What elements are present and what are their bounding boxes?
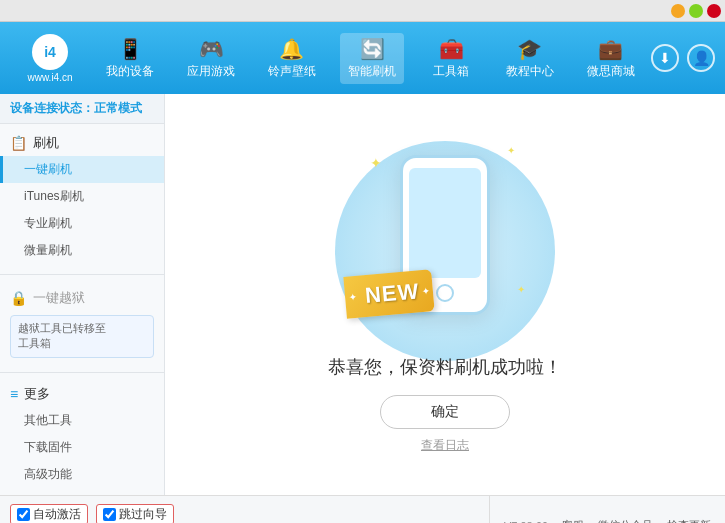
more-section-icon: ≡ [10, 386, 18, 402]
app-bottom-bar: 自动激活 跳过向导 📱 iPhone 12 mini 64GB Down-12m… [0, 495, 725, 523]
illustration-wrapper: ✦ ✦ ✦ NEW 恭喜您，保资料刷机成功啦！ 确定 查看日志 [328, 135, 562, 454]
sidebar-item-download-firmware[interactable]: 下载固件 [0, 434, 164, 461]
jb-section-header: 🔒 一键越狱 [0, 285, 164, 311]
nav-items: 📱 我的设备 🎮 应用游戏 🔔 铃声壁纸 🔄 智能刷机 🧰 工具箱 🎓 教程中心… [90, 33, 651, 84]
sidebar-item-other-tools[interactable]: 其他工具 [0, 407, 164, 434]
wei-store-icon: 💼 [598, 37, 623, 61]
phone-home-btn [436, 284, 454, 302]
customer-service-link[interactable]: 客服 [562, 518, 584, 523]
skip-wizard-text: 跳过向导 [119, 506, 167, 523]
jb-section-label: 一键越狱 [33, 289, 85, 307]
more-section-label: 更多 [24, 385, 50, 403]
jailbreak-section: 🔒 一键越狱 越狱工具已转移至工具箱 [0, 279, 164, 368]
account-button[interactable]: 👤 [687, 44, 715, 72]
auto-activate-label[interactable]: 自动激活 [10, 504, 88, 524]
titlebar [0, 0, 725, 22]
ok-button[interactable]: 确定 [380, 395, 510, 429]
success-message: 恭喜您，保资料刷机成功啦！ [328, 355, 562, 379]
nav-ringtone[interactable]: 🔔 铃声壁纸 [260, 33, 324, 84]
sparkle-icon-2: ✦ [507, 145, 515, 156]
more-section-header: ≡ 更多 [0, 381, 164, 407]
logo-text: i4 [44, 44, 56, 60]
header-right: ⬇ 👤 [651, 44, 715, 72]
divider-1 [0, 274, 164, 275]
close-button[interactable] [707, 4, 721, 18]
nav-toolbox-label: 工具箱 [433, 63, 469, 80]
my-device-icon: 📱 [118, 37, 143, 61]
flash-section-header: 📋 刷机 [0, 130, 164, 156]
new-ribbon: NEW [343, 269, 435, 319]
bottom-left-col: 自动激活 跳过向导 📱 iPhone 12 mini 64GB Down-12m… [0, 496, 489, 523]
sidebar: 设备连接状态：正常模式 📋 刷机 一键刷机 iTunes刷机 专业刷机 微量刷机… [0, 94, 165, 495]
nav-my-device[interactable]: 📱 我的设备 [98, 33, 162, 84]
auto-activate-checkbox[interactable] [17, 508, 30, 521]
view-log-link[interactable]: 查看日志 [421, 437, 469, 454]
sidebar-item-one-key-flash[interactable]: 一键刷机 [0, 156, 164, 183]
skip-wizard-label[interactable]: 跳过向导 [96, 504, 174, 524]
nav-wei-store-label: 微思商城 [587, 63, 635, 80]
jb-notice: 越狱工具已转移至工具箱 [10, 315, 154, 358]
logo-icon: i4 [32, 34, 68, 70]
sidebar-item-itunes-flash[interactable]: iTunes刷机 [0, 183, 164, 210]
divider-2 [0, 372, 164, 373]
bottom-right-col: V7.98.66 客服 微信公众号 检查更新 [489, 496, 725, 523]
status-bar: 设备连接状态：正常模式 [0, 94, 164, 124]
wechat-public-link[interactable]: 微信公众号 [598, 518, 653, 523]
version-text: V7.98.66 [504, 520, 548, 524]
nav-apps-games-label: 应用游戏 [187, 63, 235, 80]
nav-wei-store[interactable]: 💼 微思商城 [579, 33, 643, 84]
smart-flash-icon: 🔄 [360, 37, 385, 61]
sparkle-icon-1: ✦ [370, 155, 382, 171]
sidebar-item-pro-flash[interactable]: 专业刷机 [0, 210, 164, 237]
phone-screen [409, 168, 481, 278]
nav-toolbox[interactable]: 🧰 工具箱 [421, 33, 481, 84]
ringtone-icon: 🔔 [279, 37, 304, 61]
flash-section: 📋 刷机 一键刷机 iTunes刷机 专业刷机 微量刷机 [0, 124, 164, 270]
jb-icon: 🔒 [10, 290, 27, 306]
nav-my-device-label: 我的设备 [106, 63, 154, 80]
more-section: ≡ 更多 其他工具 下载固件 高级功能 [0, 377, 164, 492]
auto-activate-text: 自动激活 [33, 506, 81, 523]
nav-smart-flash-label: 智能刷机 [348, 63, 396, 80]
minimize-button[interactable] [671, 4, 685, 18]
logo-area: i4 www.i4.cn [10, 34, 90, 83]
sidebar-item-advanced[interactable]: 高级功能 [0, 461, 164, 488]
flash-section-icon: 📋 [10, 135, 27, 151]
nav-tutorial[interactable]: 🎓 教程中心 [498, 33, 562, 84]
check-update-link[interactable]: 检查更新 [667, 518, 711, 523]
phone-illustration: ✦ ✦ ✦ NEW [355, 135, 535, 335]
nav-apps-games[interactable]: 🎮 应用游戏 [179, 33, 243, 84]
nav-smart-flash[interactable]: 🔄 智能刷机 [340, 33, 404, 84]
sparkle-icon-3: ✦ [517, 284, 525, 295]
ribbon-text: NEW [364, 278, 420, 308]
toolbox-icon: 🧰 [439, 37, 464, 61]
status-label: 设备连接状态： [10, 101, 94, 115]
download-button[interactable]: ⬇ [651, 44, 679, 72]
main-content: ✦ ✦ ✦ NEW 恭喜您，保资料刷机成功啦！ 确定 查看日志 [165, 94, 725, 495]
nav-tutorial-label: 教程中心 [506, 63, 554, 80]
flash-section-label: 刷机 [33, 134, 59, 152]
nav-ringtone-label: 铃声壁纸 [268, 63, 316, 80]
apps-games-icon: 🎮 [199, 37, 224, 61]
skip-wizard-checkbox[interactable] [103, 508, 116, 521]
header: i4 www.i4.cn 📱 我的设备 🎮 应用游戏 🔔 铃声壁纸 🔄 智能刷机… [0, 22, 725, 94]
logo-subtitle: www.i4.cn [27, 72, 72, 83]
checkboxes-row: 自动激活 跳过向导 [10, 504, 479, 524]
tutorial-icon: 🎓 [517, 37, 542, 61]
maximize-button[interactable] [689, 4, 703, 18]
jb-notice-text: 越狱工具已转移至工具箱 [18, 322, 106, 349]
sidebar-item-micro-flash[interactable]: 微量刷机 [0, 237, 164, 264]
status-value: 正常模式 [94, 101, 142, 115]
content-area: 设备连接状态：正常模式 📋 刷机 一键刷机 iTunes刷机 专业刷机 微量刷机… [0, 94, 725, 495]
